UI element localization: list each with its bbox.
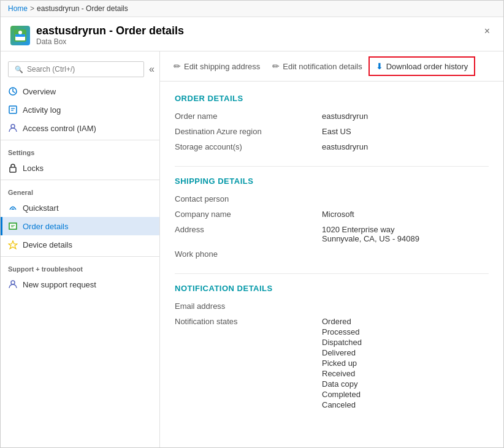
search-box[interactable]: 🔍 (8, 61, 144, 77)
title-text: eastusdryrun - Order details Data Box (36, 25, 184, 46)
order-details-section-title: ORDER DETAILS (175, 94, 489, 103)
activity-log-icon (8, 105, 18, 115)
sidebar-item-access-control[interactable]: Access control (IAM) (1, 119, 159, 137)
support-section-label: Support + troubleshoot (1, 259, 159, 275)
action-bar: ✏ Edit shipping address ✏ Edit notificat… (160, 51, 503, 82)
general-section-label: General (1, 183, 159, 199)
breadcrumb: Home > eastusdryrun - Order details (1, 1, 503, 17)
download-history-label: Download order history (386, 62, 468, 71)
svg-rect-5 (9, 106, 17, 113)
notification-details-grid: Email address Notification states Ordere… (175, 302, 489, 409)
notification-state-item: Dispatched (322, 338, 489, 347)
main-window: Home > eastusdryrun - Order details east… (0, 0, 504, 448)
title-bar: eastusdryrun - Order details Data Box × (1, 17, 503, 51)
overview-icon (8, 86, 18, 96)
contact-person-label: Contact person (175, 194, 310, 203)
edit-shipping-button[interactable]: ✏ Edit shipping address (167, 58, 266, 75)
sidebar-item-device-details[interactable]: Device details (1, 235, 159, 254)
breadcrumb-current: eastusdryrun - Order details (37, 4, 128, 13)
storage-account-value: eastusdryrun (322, 142, 489, 151)
search-input[interactable] (27, 65, 137, 74)
address-line2: Sunnyvale, CA, US - 94089 (322, 234, 489, 243)
notification-details-section-title: NOTIFICATION DETAILS (175, 284, 489, 293)
edit-notification-button[interactable]: ✏ Edit notification details (266, 58, 368, 75)
page-subtitle: Data Box (36, 37, 184, 46)
locks-icon (8, 163, 18, 173)
notification-state-item: Picked up (322, 359, 489, 368)
pencil-icon-notification: ✏ (272, 61, 280, 71)
search-icon: 🔍 (15, 66, 23, 74)
settings-section-label: Settings (1, 143, 159, 159)
sidebar-item-quickstart-label: Quickstart (23, 203, 59, 213)
shipping-details-section-title: SHIPPING DETAILS (175, 177, 489, 186)
address-line1: 1020 Enterprise way (322, 225, 489, 234)
support-request-icon (8, 279, 18, 289)
sidebar-item-device-details-label: Device details (23, 240, 72, 249)
collapse-button[interactable]: « (149, 64, 155, 75)
notification-state-item: Canceled (322, 400, 489, 409)
svg-rect-9 (10, 167, 16, 172)
sidebar-item-quickstart[interactable]: Quickstart (1, 199, 159, 217)
svg-point-8 (11, 124, 15, 128)
sidebar-item-order-details-label: Order details (23, 222, 68, 231)
order-name-label: Order name (175, 112, 310, 121)
notification-states-values: OrderedProcessedDispatchedDeliveredPicke… (322, 317, 489, 409)
work-phone-label: Work phone (175, 249, 310, 259)
svg-point-3 (18, 31, 22, 34)
sidebar: 🔍 « Overview Activity log (1, 51, 160, 447)
breadcrumb-home[interactable]: Home (8, 4, 28, 13)
notification-states-label: Notification states (175, 317, 310, 409)
order-name-value: eastusdryrun (322, 112, 489, 121)
edit-notification-label: Edit notification details (283, 62, 362, 71)
work-phone-value (322, 249, 489, 259)
email-address-value (322, 302, 489, 311)
company-name-label: Company name (175, 210, 310, 219)
storage-account-label: Storage account(s) (175, 142, 310, 151)
main-content: 🔍 « Overview Activity log (1, 51, 503, 447)
notification-state-item: Processed (322, 327, 489, 336)
contact-person-value (322, 194, 489, 203)
svg-rect-11 (10, 224, 16, 229)
shipping-details-grid: Contact person Company name Microsoft Ad… (175, 194, 489, 259)
sidebar-item-order-details[interactable]: Order details (1, 217, 159, 235)
right-panel: ✏ Edit shipping address ✏ Edit notificat… (160, 51, 503, 447)
close-button[interactable]: × (481, 25, 494, 38)
device-details-icon (8, 240, 18, 249)
notification-state-item: Ordered (322, 317, 489, 326)
destination-region-label: Destination Azure region (175, 127, 310, 136)
order-details-icon (8, 221, 18, 231)
svg-point-14 (11, 281, 15, 284)
destination-region-value: East US (322, 127, 489, 136)
sidebar-item-locks[interactable]: Locks (1, 159, 159, 177)
svg-rect-2 (15, 34, 25, 37)
content-area: ORDER DETAILS Order name eastusdryrun De… (160, 82, 503, 447)
sidebar-item-overview[interactable]: Overview (1, 82, 159, 101)
edit-shipping-label: Edit shipping address (184, 62, 260, 71)
company-name-value: Microsoft (322, 210, 489, 219)
access-control-icon (8, 123, 18, 133)
notification-state-item: Completed (322, 390, 489, 399)
page-title: eastusdryrun - Order details (36, 25, 184, 37)
breadcrumb-sep: > (30, 4, 34, 13)
order-details-grid: Order name eastusdryrun Destination Azur… (175, 112, 489, 151)
title-icon (10, 26, 30, 45)
quickstart-icon (8, 203, 18, 213)
notification-state-item: Data copy (322, 379, 489, 389)
address-value: 1020 Enterprise way Sunnyvale, CA, US - … (322, 225, 489, 243)
sidebar-item-access-control-label: Access control (IAM) (23, 124, 96, 133)
download-history-button[interactable]: ⬇ Download order history (368, 56, 476, 76)
sidebar-item-activity-log[interactable]: Activity log (1, 101, 159, 119)
sidebar-item-activity-log-label: Activity log (23, 105, 61, 115)
notification-state-item: Received (322, 369, 489, 378)
pencil-icon-shipping: ✏ (174, 61, 181, 71)
sidebar-item-support-request[interactable]: New support request (1, 275, 159, 294)
address-label: Address (175, 225, 310, 243)
sidebar-item-support-request-label: New support request (23, 280, 96, 289)
sidebar-item-overview-label: Overview (23, 87, 56, 96)
title-left: eastusdryrun - Order details Data Box (10, 25, 184, 46)
sidebar-item-locks-label: Locks (23, 164, 44, 173)
download-icon: ⬇ (376, 61, 383, 71)
email-address-label: Email address (175, 302, 310, 311)
notification-state-item: Delivered (322, 348, 489, 357)
